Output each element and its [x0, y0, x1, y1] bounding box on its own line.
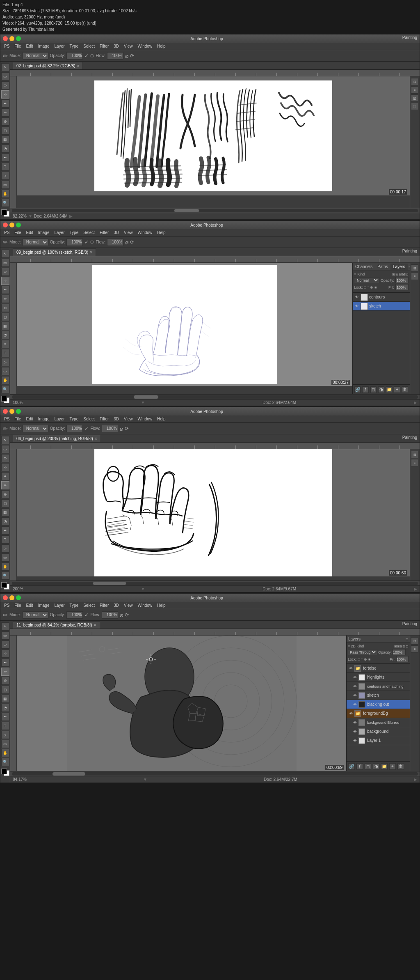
fill-layers-2[interactable] [395, 284, 409, 290]
tool-f-4[interactable]: ◔ [1, 704, 9, 712]
menu-image-1[interactable]: Image [36, 44, 52, 49]
menu-type-2[interactable]: Type [68, 230, 81, 235]
tool-g-3[interactable]: ✒ [1, 526, 9, 535]
minimize-button-2[interactable] [9, 223, 14, 227]
layers-tab-2[interactable]: Layers [390, 264, 408, 270]
menu-window-2[interactable]: Window [136, 230, 155, 235]
scrollbar-h-2[interactable] [10, 394, 420, 399]
color-swatches-4[interactable] [1, 769, 9, 776]
tool-e-4[interactable]: ▦ [1, 695, 9, 703]
opacity-input-2[interactable] [66, 239, 83, 246]
menu-help-4[interactable]: Help [155, 603, 168, 608]
tool-pen[interactable]: ✒ [1, 154, 9, 162]
mode-select-4[interactable]: Normal [23, 611, 48, 619]
tool-d-3[interactable]: ◻ [1, 499, 9, 507]
eye-foregroundbg[interactable]: 👁 [348, 711, 353, 716]
blend-mode-select-2[interactable]: Normal [354, 277, 379, 283]
menu-ps-3[interactable]: PS [2, 416, 11, 422]
menu-help-2[interactable]: Help [155, 230, 168, 235]
canvas-tab-2[interactable]: 09_begin.psd @ 100% (sketch, RGB/8) × [13, 248, 96, 256]
tool-b-4[interactable]: ✒ [1, 659, 9, 667]
tool-brush-4[interactable]: ✏ [1, 668, 9, 676]
tool-dodge-2[interactable]: ◔ [1, 331, 9, 339]
menu-select-2[interactable]: Select [81, 230, 97, 235]
tool-hand[interactable]: ✋ [1, 190, 9, 198]
canvas-tab-1[interactable]: 02_begin.psd @ 82.2% (RGB/8) × [13, 62, 83, 69]
tool-brush[interactable]: ✏ [1, 108, 9, 117]
menu-layer-4[interactable]: Layer [52, 603, 67, 608]
menu-type-3[interactable]: Type [68, 416, 81, 422]
link-layers-btn[interactable]: 🔗 [354, 386, 361, 393]
tool-dodge[interactable]: ◔ [1, 145, 9, 153]
layer-row-sketch-4[interactable]: 👁 sketch [347, 691, 410, 700]
scrollbar-thumb-2[interactable] [134, 395, 158, 399]
minimize-button-3[interactable] [9, 409, 14, 414]
tool-move-2[interactable]: ↖ [1, 250, 9, 258]
eye-layer1[interactable]: 👁 [352, 738, 357, 743]
eye-blacking[interactable]: 👁 [352, 702, 357, 707]
canvas-tab-3[interactable]: 06_begin.psd @ 200% (hatching, RGB/8!) × [13, 435, 101, 442]
menu-select-1[interactable]: Select [81, 44, 97, 49]
menu-filter-2[interactable]: Filter [98, 230, 111, 235]
menu-filter-4[interactable]: Filter [98, 603, 111, 608]
scrollbar-h-3[interactable] [10, 581, 420, 585]
fx-btn-4[interactable]: ƒ [356, 763, 363, 770]
menu-layer-1[interactable]: Layer [52, 44, 67, 49]
menu-view-1[interactable]: View [122, 44, 135, 49]
layers-menu-btn-4[interactable]: ≡ [406, 637, 408, 641]
minimize-button-4[interactable] [9, 595, 14, 600]
mask-btn-4[interactable]: ◻ [365, 763, 371, 770]
maximize-button-4[interactable] [16, 595, 21, 600]
tool-d-4[interactable]: ◻ [1, 686, 9, 694]
menu-3d-1[interactable]: 3D [112, 44, 121, 49]
tool-a-3[interactable]: ⊹ [1, 463, 9, 471]
maximize-button-3[interactable] [16, 409, 21, 414]
opacity-input-1[interactable] [66, 52, 83, 60]
layer-row-contours-hatch[interactable]: 👁 contours and hatching [347, 682, 410, 691]
tool-crop[interactable]: ⊹ [1, 90, 9, 99]
tool-hand-2[interactable]: ✋ [1, 376, 9, 384]
right-tool-1[interactable]: ⊞ [411, 78, 418, 85]
menu-view-3[interactable]: View [122, 416, 135, 422]
menu-image-3[interactable]: Image [36, 416, 52, 422]
menu-edit-4[interactable]: Edit [24, 603, 35, 608]
flow-input-3[interactable] [102, 425, 118, 432]
delete-layer-btn[interactable]: 🗑 [402, 386, 408, 393]
menu-view-2[interactable]: View [122, 230, 135, 235]
tool-h-4[interactable]: T [1, 722, 9, 730]
layer-row-foregroundbg[interactable]: 👁 📁 foregroundBg [347, 709, 410, 718]
tool-i-3[interactable]: ▷ [1, 544, 9, 553]
tool-move-3[interactable]: ↖ [1, 436, 9, 444]
menu-3d-3[interactable]: 3D [112, 416, 121, 422]
channels-tab-2[interactable]: Channels [353, 264, 375, 270]
tool-zoom-4[interactable]: 🔍 [1, 758, 9, 766]
menu-window-3[interactable]: Window [136, 416, 155, 422]
menu-select-4[interactable]: Select [81, 603, 97, 608]
layer-row-background[interactable]: 👁 background [347, 727, 410, 736]
tool-j-4[interactable]: ▭ [1, 740, 9, 748]
menu-3d-2[interactable]: 3D [112, 230, 121, 235]
foreground-color-3[interactable] [1, 582, 7, 588]
tool-lasso-2[interactable]: ⊃ [1, 268, 9, 276]
eye-bg-blurred[interactable]: 👁 [352, 720, 357, 725]
menu-file-1[interactable]: File [12, 44, 23, 49]
adj-btn-4[interactable]: ◑ [373, 763, 379, 770]
tool-path-select[interactable]: ▷ [1, 172, 9, 180]
link-btn-4[interactable]: 🔗 [348, 763, 355, 770]
menu-file-4[interactable]: File [12, 603, 23, 608]
mask-btn[interactable]: ◻ [370, 386, 377, 393]
tool-shape[interactable]: ▭ [1, 181, 9, 189]
tool-brush-2[interactable]: ✏ [1, 295, 9, 303]
maximize-button-1[interactable] [16, 36, 21, 41]
menu-type-4[interactable]: Type [68, 603, 81, 608]
fill-layers-4[interactable] [396, 656, 409, 662]
opacity-input-3[interactable] [66, 425, 83, 432]
color-swatches-1[interactable] [1, 209, 9, 217]
rp-btn-2-4[interactable]: ≡ [411, 645, 418, 653]
rp-btn-2-2[interactable]: ≡ [411, 273, 418, 280]
scrollbar-thumb-1[interactable] [174, 209, 199, 212]
new-layer-btn[interactable]: + [394, 386, 400, 393]
mode-select-3[interactable]: Normal [23, 425, 48, 432]
eye-contours-hatch[interactable]: 👁 [352, 684, 357, 689]
menu-ps-2[interactable]: PS [2, 230, 11, 235]
